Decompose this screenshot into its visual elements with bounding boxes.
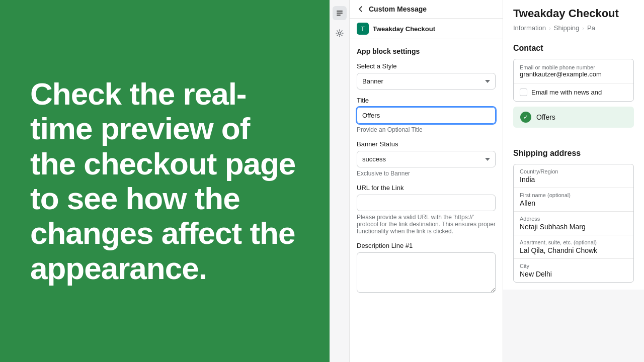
banner-status-select[interactable]: success info warning error — [357, 151, 496, 167]
country-value: India — [520, 175, 627, 184]
country-row: Country/Region India — [514, 164, 633, 188]
sidebar-list-icon[interactable] — [333, 6, 347, 20]
apartment-label: Apartment, suite, etc. (optional) — [520, 239, 627, 245]
desc-textarea[interactable] — [357, 252, 496, 293]
preview-header: Tweakday Checkout Information › Shipping… — [503, 0, 644, 37]
svg-rect-1 — [337, 13, 343, 14]
sidebar-settings-icon[interactable] — [333, 26, 347, 40]
breadcrumb-information: Information — [513, 24, 546, 32]
country-label: Country/Region — [520, 168, 627, 174]
apartment-value: Lal Qila, Chandni Chowk — [520, 246, 627, 254]
city-row: City New Delhi — [514, 259, 633, 282]
url-field-group: URL for the Link Please provide a valid … — [357, 184, 496, 235]
banner-status-field-group: Banner Status success info warning error… — [357, 140, 496, 177]
apartment-row: Apartment, suite, etc. (optional) Lal Qi… — [514, 235, 633, 259]
style-field-group: Select a Style Banner Popup Inline — [357, 62, 496, 89]
contact-value: grantkautzer@example.com — [520, 70, 627, 78]
address-value: Netaji Subhash Marg — [520, 223, 627, 231]
address-label: Address — [520, 216, 627, 222]
offers-text: Offers — [536, 113, 555, 121]
svg-rect-2 — [337, 15, 341, 16]
preview-title: Tweakday Checkout — [513, 7, 634, 20]
desc-label: Description Line #1 — [357, 242, 496, 249]
firstname-label: First name (optional) — [520, 192, 627, 198]
banner-status-label: Banner Status — [357, 140, 496, 148]
style-select[interactable]: Banner Popup Inline — [357, 73, 496, 89]
header-title: Custom Message — [369, 5, 427, 13]
style-label: Select a Style — [357, 62, 496, 70]
headline: Check the real-time preview of the check… — [30, 76, 299, 286]
address-row: Address Netaji Subhash Marg — [514, 212, 633, 235]
contact-box: Email or mobile phone number grantkautze… — [513, 59, 634, 102]
firstname-row: First name (optional) Allen — [514, 188, 633, 212]
breadcrumb: Information › Shipping › Pa — [513, 24, 634, 32]
contact-placeholder: Email or mobile phone number — [520, 64, 627, 70]
sidebar — [330, 0, 350, 362]
city-value: New Delhi — [520, 270, 627, 278]
banner-status-hint: Exclusive to Banner — [357, 170, 496, 177]
email-checkbox[interactable] — [520, 88, 527, 96]
city-label: City — [520, 263, 627, 269]
breadcrumb-arrow-2: › — [582, 25, 584, 31]
shipping-section-header: Shipping address — [513, 149, 634, 158]
middle-wrapper: Custom Message T Tweakday Checkout App b… — [330, 0, 503, 362]
offers-banner: ✓ Offers — [513, 107, 634, 128]
breadcrumb-pa: Pa — [587, 24, 595, 32]
shipping-section: Shipping address Country/Region India Fi… — [503, 142, 644, 290]
email-checkbox-row: Email me with news and — [514, 83, 633, 101]
middle-content: Custom Message T Tweakday Checkout App b… — [350, 0, 503, 362]
desc-field-group: Description Line #1 — [357, 242, 496, 295]
app-header: T Tweakday Checkout — [350, 19, 503, 39]
right-panel: Tweakday Checkout Information › Shipping… — [503, 0, 644, 362]
title-input[interactable] — [357, 107, 496, 124]
contact-input-row: Email or mobile phone number grantkautze… — [514, 59, 633, 83]
url-input[interactable] — [357, 195, 496, 211]
app-icon: T — [357, 23, 369, 35]
contact-section-header: Contact — [513, 44, 634, 53]
settings-body: App block settings Select a Style Banner… — [350, 39, 503, 310]
title-label: Title — [357, 97, 496, 104]
breadcrumb-arrow-1: › — [549, 25, 551, 31]
back-button[interactable] — [357, 5, 365, 13]
breadcrumb-shipping: Shipping — [554, 24, 580, 32]
address-box: Country/Region India First name (optiona… — [513, 164, 634, 283]
svg-rect-0 — [337, 11, 343, 12]
header-bar: Custom Message — [350, 0, 503, 19]
email-checkbox-label: Email me with news and — [531, 88, 602, 96]
contact-section: Contact Email or mobile phone number gra… — [503, 37, 644, 142]
offers-check-icon: ✓ — [520, 112, 531, 123]
svg-point-3 — [338, 32, 341, 35]
section-title: App block settings — [357, 47, 496, 55]
url-label: URL for the Link — [357, 184, 496, 192]
url-hint: Please provide a valid URL with the 'htt… — [357, 214, 496, 235]
title-field-group: Title Provide an Optional Title — [357, 97, 496, 133]
firstname-value: Allen — [520, 199, 627, 207]
title-hint: Provide an Optional Title — [357, 126, 496, 133]
app-name: Tweakday Checkout — [373, 25, 435, 33]
left-panel: Check the real-time preview of the check… — [0, 0, 330, 362]
